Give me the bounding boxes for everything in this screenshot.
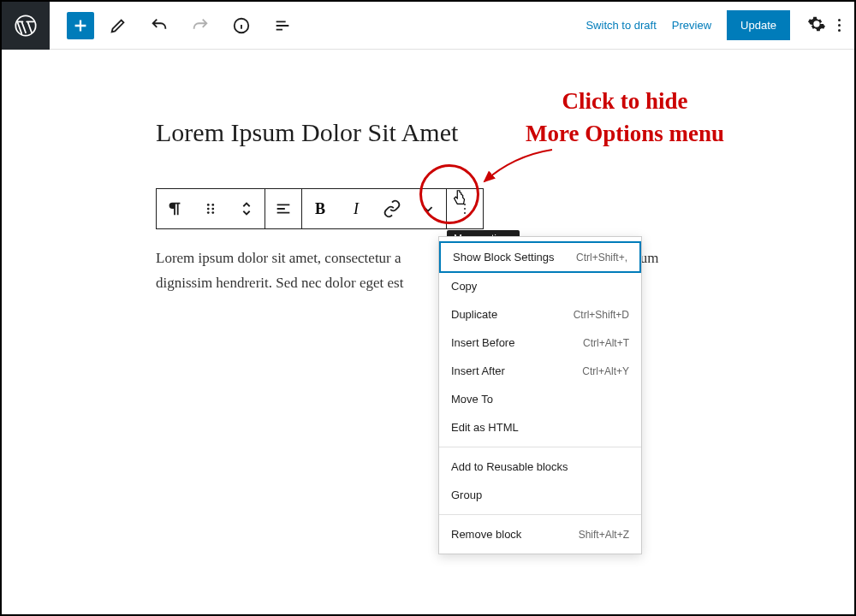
wordpress-logo-button[interactable] (2, 2, 50, 50)
more-options-menu: Show Block SettingsCtrl+Shift+,CopyDupli… (438, 236, 642, 554)
outline-button[interactable] (265, 9, 300, 43)
svg-point-4 (207, 208, 210, 210)
switch-to-draft-link[interactable]: Switch to draft (586, 19, 656, 32)
format-dropdown-button[interactable] (410, 189, 446, 228)
gear-icon (807, 15, 826, 33)
svg-point-5 (211, 208, 214, 210)
more-options-button[interactable] (447, 189, 483, 228)
menu-item-label: Duplicate (451, 308, 497, 321)
editor-window: Switch to draft Preview Update Lorem Ips… (0, 0, 856, 616)
top-toolbar: Switch to draft Preview Update (2, 2, 854, 50)
move-updown-button[interactable] (229, 189, 265, 228)
link-icon (383, 199, 401, 218)
menu-item-shortcut: Shift+Alt+Z (579, 529, 629, 541)
menu-item[interactable]: Copy (439, 272, 641, 300)
wordpress-icon (14, 14, 38, 38)
menu-item-label: Remove block (451, 528, 521, 541)
edit-mode-button[interactable] (101, 9, 135, 43)
menu-item-label: Move To (451, 393, 493, 406)
menu-item-shortcut: Ctrl+Shift+D (574, 309, 629, 321)
paragraph-text-line2: dignissim hendrerit. Sed nec dolor eget … (156, 275, 403, 291)
menu-item-shortcut: Ctrl+Alt+Y (582, 365, 629, 377)
update-button[interactable]: Update (727, 10, 790, 40)
svg-point-7 (211, 211, 214, 214)
menu-item[interactable]: Move To (439, 385, 641, 413)
menu-item-label: Group (451, 489, 482, 501)
main-more-menu-button[interactable] (838, 19, 841, 32)
plus-icon (71, 16, 90, 35)
block-toolbar: B I More options (156, 188, 484, 229)
menu-item[interactable]: Add to Reusable blocks (439, 453, 641, 481)
svg-point-3 (211, 204, 214, 206)
paragraph-text-line1: Lorem ipsum dolor sit amet, consectetur … (156, 250, 401, 266)
add-block-button[interactable] (67, 12, 94, 39)
list-icon (273, 16, 292, 35)
settings-button[interactable] (807, 15, 826, 37)
chevron-down-icon (419, 199, 437, 218)
menu-item-shortcut: Ctrl+Shift+, (576, 252, 627, 264)
redo-icon (191, 16, 210, 35)
info-icon (232, 16, 251, 35)
kebab-icon (464, 204, 466, 214)
menu-item-label: Add to Reusable blocks (451, 460, 568, 473)
menu-item[interactable]: Insert BeforeCtrl+Alt+T (439, 329, 641, 357)
menu-item-shortcut: Ctrl+Alt+T (583, 337, 629, 349)
align-button[interactable] (265, 189, 301, 228)
block-type-button[interactable] (157, 189, 193, 228)
menu-item-label: Copy (451, 280, 477, 293)
menu-item-label: Edit as HTML (451, 421, 519, 434)
paragraph-icon (165, 199, 184, 218)
menu-item[interactable]: Remove blockShift+Alt+Z (439, 520, 641, 548)
menu-item-label: Insert Before (451, 336, 514, 349)
align-left-icon (274, 199, 293, 218)
menu-item[interactable]: Group (439, 481, 641, 509)
undo-button[interactable] (142, 9, 176, 43)
drag-handle[interactable] (193, 189, 229, 228)
chevrons-updown-icon (237, 199, 256, 218)
menu-item-label: Show Block Settings (453, 251, 555, 264)
undo-icon (150, 16, 169, 35)
pencil-icon (109, 16, 128, 35)
menu-item[interactable]: Show Block SettingsCtrl+Shift+, (439, 241, 641, 273)
editor-content: Lorem Ipsum Dolor Sit Amet B (2, 50, 854, 296)
menu-item[interactable]: DuplicateCtrl+Shift+D (439, 300, 641, 329)
italic-button[interactable]: I (338, 189, 374, 228)
menu-item[interactable]: Edit as HTML (439, 413, 641, 441)
link-button[interactable] (374, 189, 410, 228)
post-title[interactable]: Lorem Ipsum Dolor Sit Amet (156, 118, 854, 147)
redo-button[interactable] (183, 9, 217, 43)
preview-link[interactable]: Preview (672, 19, 711, 32)
drag-icon (201, 199, 220, 218)
info-button[interactable] (224, 9, 259, 43)
menu-item-label: Insert After (451, 364, 505, 377)
svg-point-6 (207, 211, 210, 214)
bold-button[interactable]: B (302, 189, 338, 228)
menu-item[interactable]: Insert AfterCtrl+Alt+Y (439, 357, 641, 385)
svg-point-2 (207, 204, 210, 206)
